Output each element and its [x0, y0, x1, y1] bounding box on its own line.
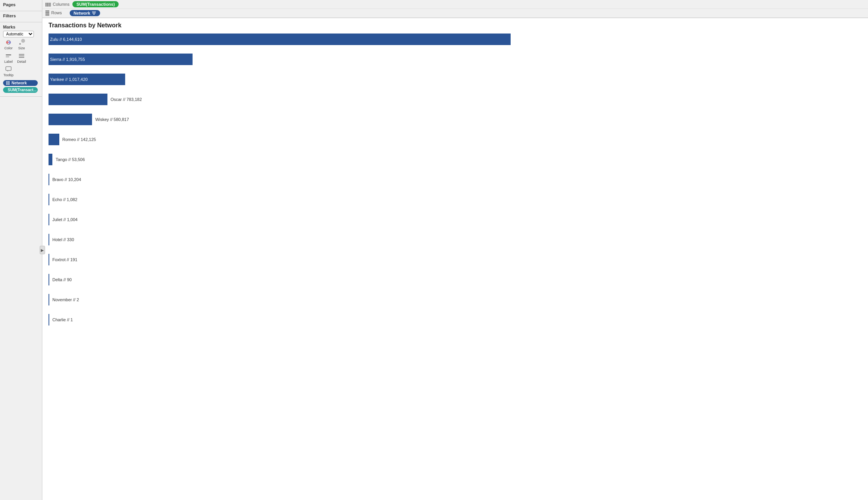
bar-wrapper-charlie[interactable]: Charlie // 1: [49, 314, 862, 326]
bar-wrapper-sierra[interactable]: Sierra // 1,916,755: [49, 54, 862, 65]
top-bar: Columns SUM(Transactions) Rows Network: [42, 0, 868, 18]
marks-detail-item[interactable]: Detail: [16, 52, 27, 64]
bar-wrapper-hotel[interactable]: Hotel // 330: [49, 234, 862, 245]
bar-label-outside-november: November // 2: [52, 297, 79, 302]
bar-wrapper-oscar[interactable]: Oscar // 783,182: [49, 94, 862, 105]
bar-label-outside-bravo: Bravo // 10,204: [52, 177, 81, 182]
bar-wrapper-foxtrot[interactable]: Foxtrot // 191: [49, 254, 862, 265]
bar-fill-delta: [49, 274, 49, 285]
bar-wrapper-wiskey[interactable]: Wiskey // 580,817: [49, 114, 862, 125]
svg-point-4: [21, 39, 25, 43]
rows-icon: [45, 10, 49, 16]
columns-pill-label: SUM(Transactions): [76, 2, 115, 7]
svg-rect-12: [6, 81, 8, 83]
tooltip-icon: [5, 66, 12, 73]
svg-rect-24: [45, 10, 49, 12]
filter-icon: [92, 11, 96, 15]
bar-row-zulu: Zulu // 6,144,610: [49, 34, 862, 50]
bar-label-inside-zulu: Zulu // 6,144,610: [50, 37, 82, 42]
bar-wrapper-zulu[interactable]: Zulu // 6,144,610: [49, 34, 862, 45]
marks-label-label: Label: [4, 60, 13, 64]
bar-row-delta: Delta // 90: [49, 274, 862, 291]
marks-type-select[interactable]: Automatic: [3, 31, 34, 37]
bar-wrapper-echo[interactable]: Echo // 1,082: [49, 194, 862, 205]
svg-rect-20: [45, 3, 47, 7]
marks-tooltip-item[interactable]: Tooltip: [3, 66, 14, 77]
svg-rect-25: [45, 12, 49, 13]
columns-row: Columns SUM(Transactions): [42, 0, 868, 9]
svg-rect-5: [6, 54, 11, 55]
label-icon: [5, 52, 12, 59]
bar-wrapper-yankee[interactable]: Yankee // 1,017,420: [49, 74, 862, 85]
marks-pills: Network SUM(Transact...: [3, 80, 39, 94]
svg-marker-11: [7, 70, 8, 72]
bar-wrapper-delta[interactable]: Delta // 90: [49, 274, 862, 285]
columns-icon: [45, 3, 51, 7]
svg-rect-22: [49, 3, 50, 7]
bar-fill-tango: [49, 154, 52, 165]
svg-rect-21: [47, 3, 48, 7]
marks-type-row: Automatic: [3, 31, 39, 37]
color-icon: [5, 39, 12, 46]
svg-rect-8: [19, 55, 24, 56]
marks-color-label: Color: [4, 46, 13, 50]
marks-color-item[interactable]: Color: [3, 39, 14, 50]
sidebar-collapse-arrow[interactable]: ▶: [40, 246, 45, 254]
grid-icon-network: [6, 81, 10, 85]
svg-rect-15: [8, 83, 10, 85]
bar-row-charlie: Charlie // 1: [49, 314, 862, 331]
bar-row-november: November // 2: [49, 294, 862, 311]
bar-label-inside-yankee: Yankee // 1,017,420: [50, 77, 88, 82]
rows-pill[interactable]: Network: [70, 10, 100, 16]
bar-fill-juliet: [49, 214, 49, 225]
svg-rect-6: [6, 56, 9, 57]
bar-label-outside-tango: Tango // 53,506: [55, 157, 85, 162]
bar-wrapper-romeo[interactable]: Romeo // 142,125: [49, 134, 862, 145]
bar-label-outside-hotel: Hotel // 330: [52, 237, 74, 242]
bar-row-bravo: Bravo // 10,204: [49, 174, 862, 191]
bar-fill-bravo: [49, 174, 49, 185]
bar-label-outside-romeo: Romeo // 142,125: [62, 137, 96, 142]
bar-fill-foxtrot: [49, 254, 49, 265]
marks-tooltip-label: Tooltip: [3, 73, 13, 77]
bar-row-romeo: Romeo // 142,125: [49, 134, 862, 151]
pages-label: Pages: [3, 2, 39, 7]
bar-label-outside-wiskey: Wiskey // 580,817: [95, 117, 129, 122]
bar-wrapper-tango[interactable]: Tango // 53,506: [49, 154, 862, 165]
marks-size-item[interactable]: Size: [16, 39, 27, 50]
network-pill[interactable]: Network: [3, 80, 38, 86]
bar-label-outside-oscar: Oscar // 783,182: [111, 97, 142, 102]
bar-label-inside-sierra: Sierra // 1,916,755: [50, 57, 85, 62]
bar-row-yankee: Yankee // 1,017,420: [49, 74, 862, 91]
marks-label: Marks: [3, 25, 39, 29]
bar-row-wiskey: Wiskey // 580,817: [49, 114, 862, 131]
columns-pill[interactable]: SUM(Transactions): [72, 1, 119, 7]
bar-row-juliet: Juliet // 1,004: [49, 214, 862, 231]
sum-pill[interactable]: SUM(Transact...: [3, 87, 38, 93]
svg-rect-7: [19, 54, 24, 55]
rows-row: Rows Network: [42, 9, 868, 18]
bar-fill-echo: [49, 194, 49, 205]
filters-section: Filters: [0, 11, 42, 22]
bar-wrapper-bravo[interactable]: Bravo // 10,204: [49, 174, 862, 185]
bar-wrapper-november[interactable]: November // 2: [49, 294, 862, 305]
marks-label-item[interactable]: Label: [3, 52, 14, 64]
svg-rect-13: [8, 81, 10, 83]
svg-rect-14: [6, 83, 8, 85]
bar-row-foxtrot: Foxtrot // 191: [49, 254, 862, 271]
marks-size-label: Size: [18, 46, 25, 50]
rows-pill-label: Network: [74, 11, 90, 15]
network-pill-label: Network: [12, 81, 27, 85]
bar-fill-hotel: [49, 234, 49, 245]
svg-point-3: [19, 43, 21, 45]
bar-row-echo: Echo // 1,082: [49, 194, 862, 211]
bar-wrapper-juliet[interactable]: Juliet // 1,004: [49, 214, 862, 225]
sidebar: Pages Filters Marks Automatic Color: [0, 0, 42, 500]
svg-rect-27: [45, 15, 49, 16]
bar-fill-wiskey: [49, 114, 92, 125]
bar-label-outside-delta: Delta // 90: [52, 277, 72, 282]
bar-row-sierra: Sierra // 1,916,755: [49, 54, 862, 70]
svg-point-1: [6, 41, 8, 44]
bar-row-hotel: Hotel // 330: [49, 234, 862, 251]
size-icon: [18, 39, 25, 46]
